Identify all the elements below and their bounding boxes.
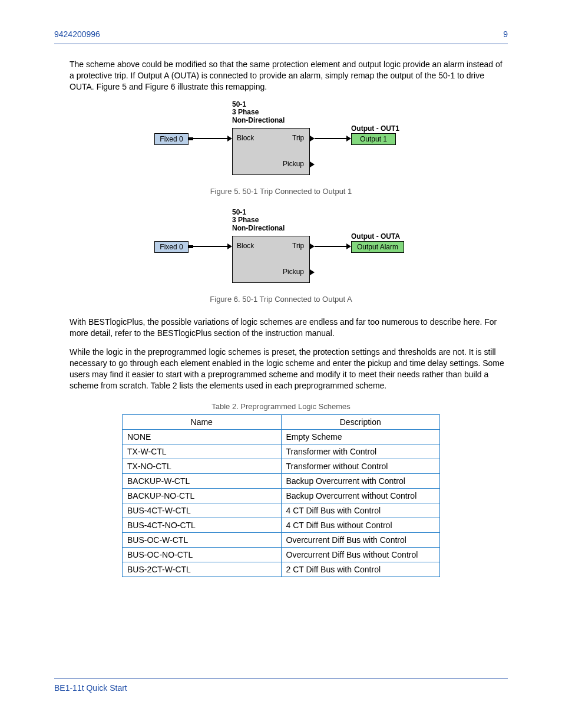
wire-out [315,138,346,139]
logic-schemes-table: Name Description NONEEmpty Scheme TX-W-C… [122,414,440,577]
table-header-row: Name Description [123,415,440,430]
outA-box: Output Alarm [351,241,404,253]
pickup-out-arrow-b-icon [310,269,315,275]
table-row: BUS-OC-W-CTLOvercurrent Diff Bus with Co… [123,533,440,548]
pickup-out-arrow-icon [310,162,315,167]
port-trip: Trip [292,134,304,142]
diagram-50-1-out1: 50-1 3 Phase Non-Directional Fixed 0 Blo… [154,101,408,183]
outA-title: Output - OUTA [351,232,400,241]
th-desc: Description [281,415,440,430]
header-doc-id: 9424200996 [54,29,100,39]
table-row: BUS-OC-NO-CTLOvercurrent Diff Bus withou… [123,548,440,562]
header-rule [54,44,508,44]
table-row: TX-NO-CTLTransformer without Control [123,459,440,474]
wire-in [193,138,227,139]
wire-in-b [193,246,227,247]
input-stub-b [189,245,193,248]
func-title-3b: Non-Directional [232,225,285,233]
port-trip-b: Trip [292,242,304,250]
func-title-2b: 3 Phase [232,216,285,225]
figure6-caption: Figure 6. 50-1 Trip Connected to Output … [54,295,508,304]
port-pickup-b: Pickup [283,268,304,276]
func-title-1: 50-1 [232,101,285,109]
func-title-1b: 50-1 [232,209,285,217]
trip-out-arrow-icon [310,136,315,141]
table-row: BUS-4CT-W-CTL4 CT Diff Bus with Control [123,503,440,518]
arrow-out-b-icon [346,243,351,249]
paragraph-2: With BESTlogicPlus, the possible variati… [70,317,508,339]
table-row: BACKUP-NO-CTLBackup Overcurrent without … [123,489,440,503]
wire-out-b [315,246,346,247]
arrow-in-icon [227,136,232,141]
arrow-in-b-icon [227,243,232,249]
header-page-number: 9 [503,29,508,39]
figure5-caption: Figure 5. 50-1 Trip Connected to Output … [54,187,508,196]
input-fixed0: Fixed 0 [154,133,189,145]
paragraph-intro: The scheme above could be modified so th… [70,59,508,93]
footer-text: BE1-11t Quick Start [54,683,127,693]
table-row: NONEEmpty Scheme [123,430,440,444]
port-pickup: Pickup [283,160,304,168]
input-fixed0-b: Fixed 0 [154,241,189,253]
table-row: BUS-2CT-W-CTL2 CT Diff Bus with Control [123,562,440,577]
input-stub [189,137,193,140]
table-row: BACKUP-W-CTLBackup Overcurrent with Cont… [123,474,440,489]
paragraph-3: While the logic in the preprogrammed log… [70,347,508,391]
func-title-3: Non-Directional [232,117,285,125]
port-block: Block [237,134,254,142]
table-row: BUS-4CT-NO-CTL4 CT Diff Bus without Cont… [123,518,440,533]
out1-title: Output - OUT1 [351,124,399,133]
content-area: The scheme above could be modified so th… [54,59,508,669]
arrow-out-icon [346,136,351,141]
diagram-50-1-outA: 50-1 3 Phase Non-Directional Fixed 0 Blo… [154,209,408,291]
th-name: Name [123,415,282,430]
port-block-b: Block [237,242,254,250]
table-row: TX-W-CTLTransformer with Control [123,444,440,459]
func-title-2: 3 Phase [232,108,285,117]
footer-rule [54,678,508,678]
trip-out-arrow-b-icon [310,243,315,249]
table-title: Table 2. Preprogrammed Logic Schemes [54,402,508,411]
out1-box: Output 1 [351,133,396,145]
